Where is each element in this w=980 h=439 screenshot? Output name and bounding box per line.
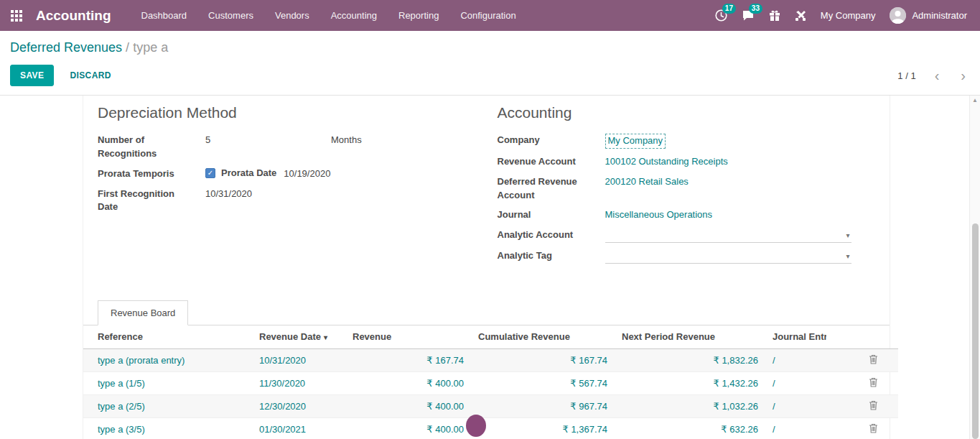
nav-configuration[interactable]: Configuration [460, 10, 515, 21]
nav-accounting[interactable]: Accounting [331, 10, 377, 21]
cell-revenue[interactable]: ₹ 167.74 [345, 349, 471, 372]
activity-badge: 17 [722, 4, 736, 14]
delete-row-button[interactable] [869, 423, 878, 433]
header-next-period-revenue[interactable]: Next Period Revenue [615, 325, 765, 349]
first-recognition-date-label: First Recognition Date [98, 188, 205, 215]
cell-cumulative-revenue[interactable]: ₹ 967.74 [471, 395, 615, 418]
activity-menu-button[interactable]: 17 [715, 9, 727, 22]
table-row[interactable]: type a (prorata entry) 10/31/2020 ₹ 167.… [83, 349, 898, 372]
field-revenue-account: Revenue Account 100102 Outstanding Recei… [498, 155, 876, 169]
deferred-revenue-account-value-link[interactable]: 200120 Retail Sales [605, 175, 689, 189]
revenue-account-value-link[interactable]: 100102 Outstanding Receipts [605, 155, 728, 169]
table-row[interactable]: type a (3/5) 01/30/2021 ₹ 400.00 ₹ 1,367… [83, 418, 898, 439]
cell-next-period-revenue[interactable]: ₹ 1,432.26 [615, 372, 765, 395]
dropdown-caret-icon: ▾ [846, 231, 851, 239]
cell-journal-entry[interactable]: / [765, 418, 826, 439]
cell-revenue-date[interactable]: 11/30/2020 [252, 372, 345, 395]
save-button[interactable]: SAVE [10, 65, 54, 86]
table-row[interactable]: type a (1/5) 11/30/2020 ₹ 400.00 ₹ 567.7… [83, 372, 898, 395]
tools-menu-button[interactable] [795, 10, 806, 22]
revenue-account-label: Revenue Account [498, 155, 605, 169]
nav-reporting[interactable]: Reporting [398, 10, 439, 21]
user-menu[interactable]: Administrator [890, 7, 967, 24]
depreciation-method-title: Depreciation Method [98, 104, 487, 121]
journal-value-link[interactable]: Miscellaneous Operations [605, 208, 713, 222]
scrollbar-thumb[interactable] [972, 223, 979, 439]
table-header-row: Reference Revenue Date▾ Revenue Cumulati… [83, 325, 898, 349]
field-analytic-account: Analytic Account ▾ [498, 228, 876, 243]
cell-cumulative-revenue[interactable]: ₹ 167.74 [471, 349, 615, 372]
cell-cumulative-revenue[interactable]: ₹ 1,367.74 [471, 418, 615, 439]
header-revenue-date[interactable]: Revenue Date▾ [252, 325, 345, 349]
actions-row: SAVE DISCARD 1 / 1 ‹ › [10, 65, 969, 86]
field-deferred-revenue-account: Deferred Revenue Account 200120 Retail S… [498, 175, 876, 203]
cell-cumulative-revenue[interactable]: ₹ 567.74 [471, 372, 615, 395]
cell-revenue[interactable]: ₹ 400.00 [345, 418, 471, 439]
accounting-title: Accounting [498, 104, 876, 121]
table-row[interactable]: type a (2/5) 12/30/2020 ₹ 400.00 ₹ 967.7… [83, 395, 898, 418]
breadcrumb: Deferred Revenues / type a [10, 40, 969, 55]
cell-reference[interactable]: type a (2/5) [83, 395, 252, 418]
field-prorata-temporis: Prorata Temporis ✓ Prorata Date 10/19/20… [98, 167, 487, 181]
depreciation-method-group: Depreciation Method Number of Recognitio… [98, 104, 487, 270]
number-of-recognitions-label: Number of Recognitions [98, 134, 205, 161]
scroll-up-arrow-icon[interactable]: ▲ [972, 97, 978, 103]
cell-revenue[interactable]: ₹ 400.00 [345, 372, 471, 395]
pager-next-button[interactable]: › [958, 68, 969, 83]
cell-revenue-date[interactable]: 12/30/2020 [252, 395, 345, 418]
cell-journal-entry[interactable]: / [765, 372, 826, 395]
header-cumulative-revenue[interactable]: Cumulative Revenue [471, 325, 615, 349]
first-recognition-date-value[interactable]: 10/31/2020 [205, 188, 252, 201]
header-actions [826, 325, 898, 349]
delete-row-button[interactable] [869, 377, 878, 387]
nav-vendors[interactable]: Vendors [275, 10, 309, 21]
cell-journal-entry[interactable]: / [765, 395, 826, 418]
cell-revenue-date[interactable]: 10/31/2020 [252, 349, 345, 372]
tab-revenue-board[interactable]: Revenue Board [98, 300, 188, 325]
company-switcher[interactable]: My Company [821, 10, 876, 21]
accounting-group: Accounting Company My Company Revenue Ac… [487, 104, 876, 270]
app-name[interactable]: Accounting [36, 8, 111, 24]
cell-next-period-revenue[interactable]: ₹ 1,032.26 [615, 395, 765, 418]
apps-grid-icon [11, 10, 22, 22]
gift-icon [769, 9, 780, 22]
cell-journal-entry[interactable]: / [765, 349, 826, 372]
cell-revenue-date[interactable]: 01/30/2021 [252, 418, 345, 439]
header-journal-entry[interactable]: Journal Entry [765, 325, 826, 349]
company-value-link[interactable]: My Company [605, 134, 666, 149]
analytic-tag-input[interactable]: ▾ [605, 249, 851, 264]
pager-previous-button[interactable]: ‹ [932, 68, 943, 83]
header-reference[interactable]: Reference [83, 325, 252, 349]
delete-row-button[interactable] [869, 354, 878, 364]
header-revenue[interactable]: Revenue [345, 325, 471, 349]
nav-customers[interactable]: Customers [208, 10, 253, 21]
cell-next-period-revenue[interactable]: ₹ 632.26 [615, 418, 765, 439]
systray: 17 33 [715, 7, 967, 24]
field-analytic-tag: Analytic Tag ▾ [498, 249, 876, 264]
breadcrumb-current: type a [133, 40, 168, 55]
analytic-account-label: Analytic Account [498, 228, 605, 242]
nav-dashboard[interactable]: Dashboard [141, 10, 187, 21]
cell-reference[interactable]: type a (3/5) [83, 418, 252, 439]
delete-row-button[interactable] [869, 400, 878, 410]
main-menu: Dashboard Customers Vendors Accounting R… [141, 10, 538, 21]
number-of-recognitions-value[interactable]: 5 [205, 134, 331, 147]
prorata-temporis-checkbox[interactable]: ✓ [205, 168, 215, 178]
cell-revenue[interactable]: ₹ 400.00 [345, 395, 471, 418]
breadcrumb-parent-link[interactable]: Deferred Revenues [10, 40, 122, 55]
analytic-tag-label: Analytic Tag [498, 249, 605, 263]
analytic-account-input[interactable]: ▾ [605, 228, 851, 243]
prorata-date-value[interactable]: 10/19/2020 [284, 167, 330, 181]
notebook-tabs: Revenue Board [83, 300, 890, 325]
vertical-scrollbar[interactable]: ▲ [969, 96, 980, 439]
cell-reference[interactable]: type a (1/5) [83, 372, 252, 395]
breadcrumb-separator: / [126, 40, 133, 55]
sort-desc-icon: ▾ [324, 333, 327, 341]
dropdown-caret-icon: ▾ [846, 252, 851, 260]
cell-reference[interactable]: type a (prorata entry) [83, 349, 252, 372]
cell-next-period-revenue[interactable]: ₹ 1,832.26 [615, 349, 765, 372]
gift-menu-button[interactable] [769, 9, 780, 22]
discard-button[interactable]: DISCARD [65, 70, 115, 81]
apps-menu-button[interactable] [0, 0, 33, 31]
messages-menu-button[interactable]: 33 [742, 9, 755, 22]
